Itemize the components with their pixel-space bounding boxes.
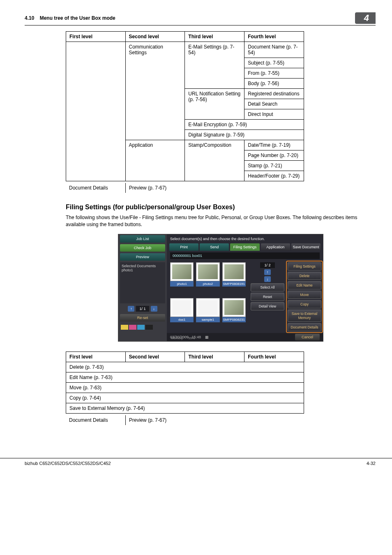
chapter-badge: 4 — [355, 12, 376, 24]
fourth-subject: Subject (p. 7-55) — [244, 58, 304, 68]
row-copy: Copy (p. 7-64) — [66, 393, 304, 403]
section-title: Menu tree of the User Box mode — [40, 15, 115, 21]
breadcrumb: 000000001 box01 — [170, 252, 320, 259]
thumbnail[interactable] — [170, 298, 194, 317]
cancel-button[interactable]: Cancel — [295, 334, 320, 340]
col-fourth: Fourth level — [244, 32, 304, 42]
arrow-down-icon[interactable]: ↓ — [151, 306, 157, 312]
doc-details: Document Details — [66, 415, 125, 425]
row-move: Move (p. 7-63) — [66, 382, 304, 393]
left-page-number: 1/ 1 — [136, 306, 149, 312]
col-first: First level — [66, 32, 126, 42]
row-edit: Edit Name (p. 7-63) — [66, 372, 304, 382]
copy-button[interactable]: Copy — [288, 300, 321, 308]
selected-documents-panel: Selected Documents photo1 — [120, 262, 165, 303]
col-first: First level — [66, 352, 126, 362]
col-third: Third level — [185, 352, 244, 362]
tab-save-document[interactable]: Save Document — [291, 243, 321, 251]
toner-k-icon — [145, 325, 153, 330]
instruction-text: Select document(s) and then choose the d… — [167, 234, 323, 243]
thumb-label: photo2 — [196, 281, 219, 287]
status-memory-label: Memory — [171, 336, 183, 340]
reset-button[interactable]: Reset — [251, 293, 284, 301]
col-second: Second level — [125, 352, 185, 362]
preview-button[interactable]: Preview — [120, 253, 165, 261]
doc-details: Document Details — [66, 183, 125, 193]
third-email-enc: E-Mail Encryption (p. 7-59) — [185, 120, 304, 130]
move-button[interactable]: Move — [288, 291, 321, 299]
status-memory-pct: 99% — [188, 336, 195, 340]
col-fourth: Fourth level — [244, 352, 304, 362]
filing-settings-body: The following shows the Use/File - Filin… — [66, 214, 376, 228]
detail-view-button[interactable]: Detail View — [251, 302, 284, 310]
thumbnail[interactable] — [196, 262, 219, 281]
menu-tree-table-1: First level Second level Third level Fou… — [66, 31, 304, 181]
check-job-button[interactable]: Check Job — [120, 244, 165, 252]
table1-below: Document Details Preview (p. 7-67) — [66, 183, 304, 193]
toner-levels — [121, 325, 164, 330]
toner-y-icon — [121, 325, 128, 330]
fourth-reg: Registered destinations — [244, 89, 304, 99]
preview-ref: Preview (p. 7-67) — [125, 183, 185, 193]
col-third: Third level — [185, 32, 244, 42]
thumb-label: sample1 — [196, 317, 219, 322]
thumbnail[interactable] — [196, 298, 219, 317]
third-stamp: Stamp/Composition — [185, 140, 244, 181]
tab-print[interactable]: Print — [169, 243, 198, 251]
third-email: E-Mail Settings (p. 7-54) — [185, 42, 244, 89]
first-level-empty — [66, 42, 126, 181]
arrow-down-icon[interactable]: ↓ — [264, 276, 271, 282]
selected-documents-item: photo1 — [122, 268, 164, 272]
left-pager: ↑ 1/ 1 ↓ — [120, 306, 165, 312]
fourth-body: Body (p. 7-56) — [244, 79, 304, 89]
fourth-hf: Header/Footer (p. 7-29) — [244, 171, 304, 181]
arrow-up-icon[interactable]: ↑ — [128, 306, 134, 312]
fourth-from: From (p. 7-55) — [244, 68, 304, 79]
fourth-direct: Direct Input — [244, 109, 304, 120]
second-app: Application — [125, 140, 185, 181]
menu-tree-table-2: First level Second level Third level Fou… — [66, 352, 304, 414]
document-details-button[interactable]: Document Details — [288, 323, 321, 331]
filing-settings-heading: Filing Settings (for public/personal/gro… — [66, 204, 376, 211]
arrow-up-icon[interactable]: ↑ — [264, 269, 271, 275]
right-actions: 1/ 2 ↑ ↓ Select All Reset Detail View — [249, 261, 286, 333]
footer-model: bizhub C652/C652DS/C552/C552DS/C452 — [25, 461, 111, 466]
edit-name-button[interactable]: Edit Name — [288, 281, 321, 289]
tab-filing-settings[interactable]: Filing Settings — [230, 243, 259, 251]
thumbnail[interactable] — [222, 298, 246, 317]
save-external-button[interactable]: Save to External Memory — [288, 310, 321, 322]
filing-settings-label: Filing Settings — [288, 262, 321, 271]
right-page-number: 1/ 2 — [260, 262, 274, 268]
section-number: 4.10 — [25, 15, 34, 21]
fourth-datetime: Date/Time (p. 7-19) — [244, 140, 304, 150]
thumbnail[interactable] — [222, 262, 246, 281]
tab-send[interactable]: Send — [200, 243, 229, 251]
fourth-detail: Detail Search — [244, 99, 304, 109]
toner-c-icon — [137, 325, 145, 330]
ui-screenshot: Job List Check Job Preview Selected Docu… — [118, 234, 323, 342]
delete-button[interactable]: Delete — [288, 272, 321, 280]
thumb-label: photo1 — [170, 281, 194, 287]
thumb-label: SMFP0808231 — [222, 317, 246, 322]
selected-documents-title: Selected Documents — [122, 264, 164, 268]
footer-page: 4-32 — [367, 461, 376, 466]
page-header: 4.10 Menu tree of the User Box mode 4 — [25, 12, 376, 25]
second-comm: Communication Settings — [125, 42, 185, 140]
table2-below: Document Details Preview (p. 7-67) — [66, 415, 304, 425]
preview-ref: Preview (p. 7-67) — [125, 415, 185, 425]
job-list-button[interactable]: Job List — [120, 235, 165, 243]
page-footer: bizhub C652/C652DS/C552/C552DS/C452 4-32 — [0, 458, 392, 466]
fourth-stamp: Stamp (p. 7-21) — [244, 161, 304, 171]
fourth-docname: Document Name (p. 7-54) — [244, 42, 304, 58]
third-dig-sig: Digital Signature (p. 7-59) — [185, 130, 304, 140]
row-save: Save to External Memory (p. 7-64) — [66, 403, 304, 413]
select-all-button[interactable]: Select All — [251, 283, 284, 291]
filing-actions-group: Filing Settings Delete Edit Name Move Co… — [286, 261, 323, 333]
document-grid: photo1 photo2 SMFP0808191 doc1 sample1 S… — [167, 261, 249, 333]
reset-button-left[interactable]: Re-set — [120, 314, 165, 321]
tab-application[interactable]: Application — [261, 243, 290, 251]
thumbnail[interactable] — [170, 262, 194, 281]
thumb-label: doc1 — [170, 317, 194, 322]
toner-m-icon — [129, 325, 136, 330]
row-delete: Delete (p. 7-63) — [66, 362, 304, 372]
